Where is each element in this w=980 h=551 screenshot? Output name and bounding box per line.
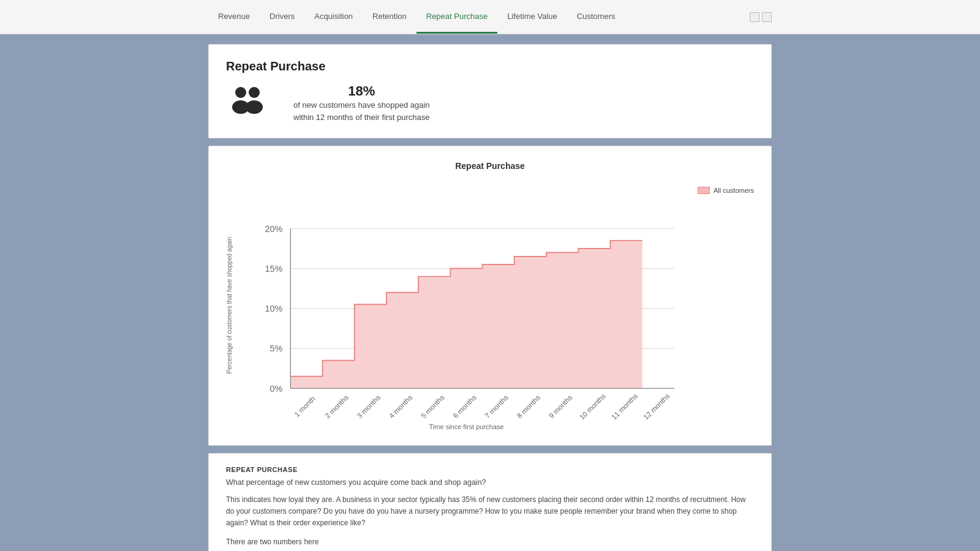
svg-text:5 months: 5 months	[419, 393, 445, 419]
svg-text:3 months: 3 months	[355, 393, 382, 419]
top-nav-bar: Revenue Drivers Acquisition Retention Re…	[0, 0, 980, 34]
svg-text:8 months: 8 months	[515, 393, 541, 419]
tab-retention[interactable]: Retention	[363, 1, 417, 34]
stat-desc-line2: within 12 months of their first purchase	[293, 111, 430, 124]
page-title: Repeat Purchase	[226, 59, 754, 73]
stat-number: 18%	[293, 83, 430, 99]
window-btn-2[interactable]	[762, 12, 772, 22]
svg-text:10%: 10%	[265, 304, 283, 313]
svg-text:0%: 0%	[270, 384, 283, 394]
page-wrapper: Revenue Drivers Acquisition Retention Re…	[0, 0, 980, 551]
svg-text:5%: 5%	[270, 343, 283, 353]
tab-revenue[interactable]: Revenue	[208, 1, 260, 34]
svg-point-2	[249, 87, 260, 98]
svg-text:6 months: 6 months	[451, 393, 478, 419]
summary-stat: 18% of new customers have shopped again …	[293, 83, 430, 123]
nav-tabs: Revenue Drivers Acquisition Retention Re…	[208, 1, 625, 34]
info-para1: This indicates how loyal they are. A bus…	[226, 494, 754, 530]
chart-container: Percentage of customers that have shoppe…	[226, 181, 754, 430]
chart-card: Repeat Purchase Percentage of customers …	[208, 146, 772, 446]
tab-customers[interactable]: Customers	[567, 1, 625, 34]
chart-title: Repeat Purchase	[226, 161, 754, 171]
svg-text:2 months: 2 months	[323, 393, 350, 419]
svg-text:4 months: 4 months	[387, 393, 413, 419]
svg-text:12 months: 12 months	[642, 392, 671, 421]
stat-desc-line1: of new customers have shopped again	[293, 99, 430, 111]
tab-lifetime-value[interactable]: Lifetime Value	[497, 1, 567, 34]
summary-row: 18% of new customers have shopped again …	[226, 83, 754, 123]
content-area: Repeat Purchase 18% of new customer	[0, 34, 980, 551]
svg-text:15%: 15%	[265, 264, 283, 274]
svg-point-3	[246, 100, 263, 114]
tab-repeat-purchase[interactable]: Repeat Purchase	[417, 1, 497, 34]
info-para2: There are two numbers here	[226, 536, 754, 548]
chart-legend: All customers	[698, 181, 754, 194]
legend-label: All customers	[714, 187, 754, 194]
svg-point-0	[235, 87, 246, 98]
chart-y-axis-label: Percentage of customers that have shoppe…	[226, 237, 233, 373]
chart-x-axis-label: Time since first purchase	[243, 423, 690, 430]
chart-svg: 20% 15% 10% 5% 0%	[243, 181, 690, 421]
people-icon	[226, 84, 269, 122]
svg-text:20%: 20%	[265, 224, 283, 234]
svg-text:10 months: 10 months	[578, 392, 607, 421]
info-question: What percentage of new customers you acq…	[226, 478, 754, 487]
legend-swatch	[698, 187, 710, 194]
tab-acquisition[interactable]: Acquisition	[304, 1, 363, 34]
legend-all-customers: All customers	[698, 187, 754, 194]
window-controls	[750, 12, 772, 22]
info-card: REPEAT PURCHASE What percentage of new c…	[208, 453, 772, 551]
chart-inner: 20% 15% 10% 5% 0%	[243, 181, 690, 430]
window-btn-1[interactable]	[750, 12, 760, 22]
svg-text:11 months: 11 months	[609, 392, 639, 421]
svg-text:7 months: 7 months	[483, 393, 510, 419]
svg-text:9 months: 9 months	[547, 393, 573, 419]
tab-drivers[interactable]: Drivers	[260, 1, 304, 34]
summary-card: Repeat Purchase 18% of new customer	[208, 44, 772, 138]
svg-text:1 month: 1 month	[293, 394, 317, 418]
info-section-title: REPEAT PURCHASE	[226, 466, 754, 473]
